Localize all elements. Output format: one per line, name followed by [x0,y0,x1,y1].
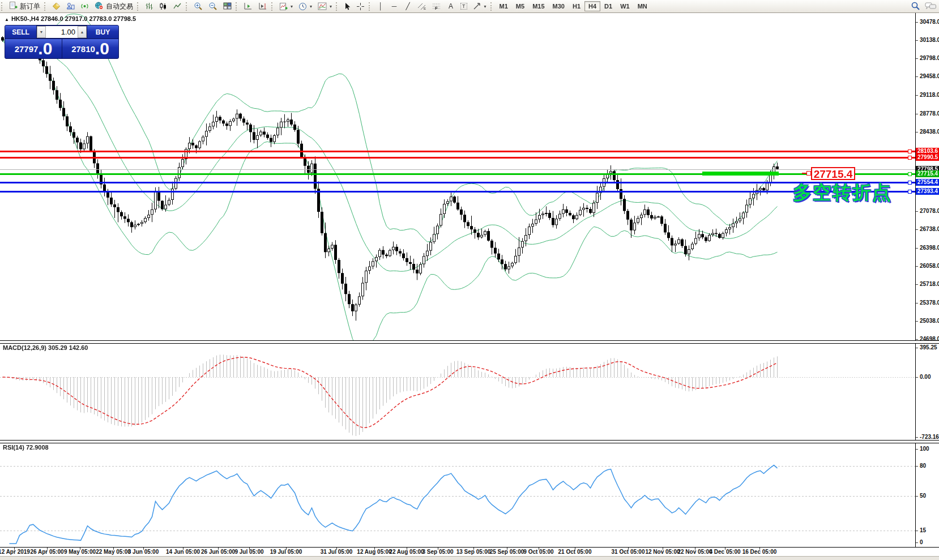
text-button[interactable]: A [444,1,458,12]
volume-input[interactable] [46,26,78,38]
crosshair-button[interactable] [353,1,368,12]
price-tick-mark [916,132,918,132]
tf-w1[interactable]: W1 [616,1,634,11]
sell-price-button[interactable]: 27797.0 [5,39,62,58]
green-highlight-segment[interactable] [702,172,779,176]
one-click-trading-panel: SELL ▼ ▲ BUY 27797.0 27810.0 [5,25,119,59]
price-level-line[interactable] [0,151,915,152]
tf-h4[interactable]: H4 [584,1,600,11]
date-tick-mark [47,548,48,550]
rsi-pane-separator[interactable] [0,440,939,443]
chat-icon[interactable] [925,2,937,12]
date-tick-mark [80,548,80,550]
price-tick-mark [916,211,918,212]
buy-price-frac: .0 [95,41,109,56]
level-handle[interactable] [908,190,912,194]
toolbar-grip[interactable] [336,2,339,11]
rsi-tick-label: 100 [920,446,929,452]
auto-scroll-button[interactable] [241,1,255,12]
tf-m15[interactable]: M15 [528,1,548,11]
toolbar-grip[interactable] [44,2,47,11]
main-price-chart[interactable] [0,13,915,340]
rsi-label: RSI(14) 72.9008 [3,444,49,451]
price-level-line[interactable] [0,157,915,159]
candle-chart-button[interactable] [156,1,170,12]
channel-button[interactable]: E [415,1,429,12]
buy-button[interactable]: BUY [87,25,118,39]
arrows-button[interactable]: ▾ [470,1,489,12]
templates-button[interactable]: ▾ [315,1,335,12]
tf-m1[interactable]: M1 [496,1,512,11]
level-handle[interactable] [908,149,912,153]
bar-chart-button[interactable] [142,1,156,12]
toolbar-grip[interactable] [186,2,189,11]
price-tick-mark [916,40,918,41]
indicators-button[interactable]: ▾ [276,1,296,12]
tf-d1[interactable]: D1 [600,1,616,11]
volume-increase-button[interactable]: ▲ [78,26,87,38]
level-handle[interactable] [908,172,912,176]
zoom-out-button[interactable] [206,1,220,12]
trendline-button[interactable]: ╱ [401,1,415,12]
cursor-button[interactable] [341,1,353,12]
volume-decrease-button[interactable]: ▼ [37,26,46,38]
price-tick-label: 26738.0 [920,226,939,232]
price-level-line[interactable] [0,169,915,170]
level-label-anchor[interactable] [806,171,811,176]
price-level-line[interactable] [0,191,915,193]
svg-text:F: F [435,6,438,10]
sell-price: 27797 [15,44,39,54]
chevron-down-icon: ▾ [310,4,312,9]
macd-indicator-chart[interactable] [0,343,915,439]
level-handle[interactable] [908,156,912,160]
macd-tick-label: 395.25 [920,344,937,350]
tile-windows-button[interactable] [220,1,234,12]
tf-h1[interactable]: H1 [569,1,584,11]
rsi-tick-mark [916,531,918,531]
vertical-line-button[interactable]: │ [374,1,387,12]
text-icon: A [447,2,455,10]
vertical-line-icon: │ [377,2,385,10]
toolbar-grip[interactable] [236,2,238,11]
tf-m5[interactable]: M5 [512,1,528,11]
text-label-button[interactable]: T [458,1,470,12]
toolbar-grip[interactable] [137,2,140,11]
level-handle[interactable] [908,181,912,185]
toolbar-grip[interactable] [1,2,4,11]
price-tick-mark [916,76,918,77]
tf-mn[interactable]: MN [634,1,651,11]
toolbar-grip[interactable] [271,2,274,11]
chart-shift-button[interactable] [255,1,270,12]
signals-button[interactable] [78,1,92,12]
rsi-tick-mark [916,542,918,543]
toolbar-grip[interactable] [369,2,372,11]
new-order-button[interactable]: 新订单 [6,1,43,12]
new-order-icon [9,1,18,11]
toolbar-grip[interactable] [490,2,493,11]
level-price-box[interactable]: 27715.4 [811,167,855,180]
price-tick-mark [916,58,918,59]
strategy-tester-button[interactable] [63,1,78,12]
rsi-indicator-chart[interactable] [0,443,915,547]
rsi-tick-label: 80 [920,463,926,469]
price-level-line[interactable] [0,182,915,183]
price-axis-border [915,12,916,548]
macd-label: MACD(12,26,9) 305.29 142.60 [3,344,88,351]
sell-button[interactable]: SELL [5,25,36,39]
fibonacci-button[interactable]: F [429,1,444,12]
buy-price-button[interactable]: 27810.0 [62,39,118,58]
horizontal-line-button[interactable]: ─ [387,1,401,12]
macd-pane-separator[interactable] [0,340,939,344]
tf-m30[interactable]: M30 [549,1,569,11]
price-tick-label: 30478.0 [920,19,939,25]
price-tick-mark [916,22,918,23]
market-watch-button[interactable] [49,1,63,12]
line-chart-button[interactable] [170,1,185,12]
search-icon[interactable] [911,1,920,12]
candles-icon [159,2,168,10]
periods-button[interactable]: ▾ [296,1,315,12]
turning-point-annotation[interactable]: 多空转折点 [793,180,892,206]
new-order-label: 新订单 [20,2,40,11]
auto-trading-button[interactable]: 自动交易 [92,1,136,12]
zoom-in-button[interactable] [191,1,206,12]
